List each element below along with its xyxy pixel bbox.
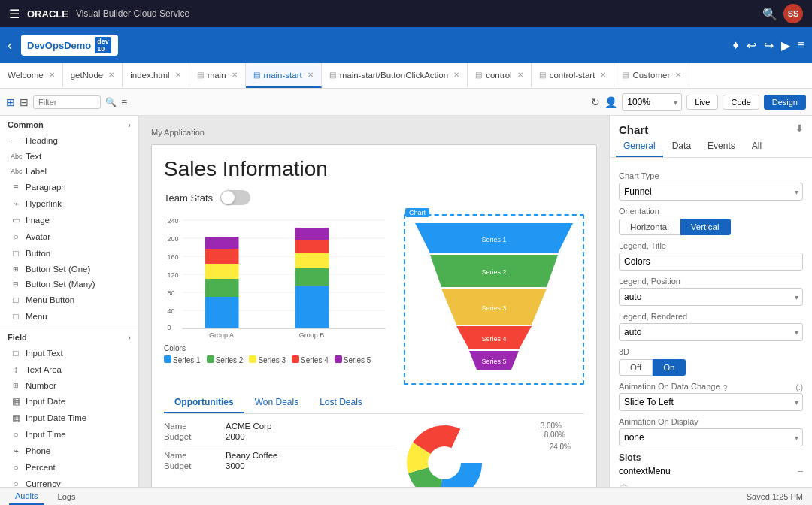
orientation-vertical-button[interactable]: Vertical — [680, 219, 731, 235]
donut-chart-area: 3.00% 8.00% 24.0% — [407, 422, 584, 487]
team-stats-toggle[interactable] — [220, 190, 250, 205]
tab-close-control-start[interactable]: ✕ — [600, 71, 606, 79]
tab-customer[interactable]: ▤ Customer ✕ — [614, 63, 689, 88]
filter-input[interactable] — [33, 95, 101, 109]
hamburger-icon[interactable]: ☰ — [9, 7, 20, 21]
tab-icon: ▤ — [622, 71, 629, 79]
play-icon[interactable]: ▶ — [781, 38, 790, 53]
sidebar-item-input-text[interactable]: □ Input Text — [0, 345, 138, 361]
component-icon[interactable]: ⊞ — [6, 96, 15, 108]
sub-tab-lost-deals[interactable]: Lost Deals — [309, 392, 373, 413]
tab-getnode[interactable]: getNode ✕ — [63, 63, 123, 88]
tab-control-start[interactable]: ▤ control-start ✕ — [532, 63, 615, 88]
sidebar-item-percent[interactable]: ○ Percent — [0, 459, 138, 476]
binding-icon: (:) — [796, 383, 803, 392]
avatar[interactable]: SS — [783, 4, 803, 23]
animation-change-select[interactable]: Slide To LeftnoneSlide To Right — [619, 393, 803, 411]
tab-label: control — [486, 71, 512, 80]
sidebar-item-text[interactable]: Abc Text — [0, 149, 138, 164]
animation-display-select[interactable]: noneauto — [619, 428, 803, 446]
sidebar-item-label[interactable]: Abc Label — [0, 164, 138, 179]
sidebar-item-input-date[interactable]: ▦ Input Date — [0, 393, 138, 410]
sub-tab-opportunities[interactable]: Opportunities — [164, 392, 244, 413]
sidebar-item-paragraph[interactable]: ≡ Paragraph — [0, 179, 138, 195]
svg-text:Group B: Group B — [299, 331, 325, 339]
sidebar-item-text-area[interactable]: ↕ Text Area — [0, 361, 138, 378]
tab-control[interactable]: ▤ control ✕ — [468, 63, 532, 88]
legend-title-label: Legend, Title — [619, 241, 803, 250]
sidebar-item-button-set-one[interactable]: ⊞ Button Set (One) — [0, 262, 138, 277]
bookmark-icon[interactable]: ♦ — [732, 38, 738, 52]
chart-type-label: Chart Type — [619, 171, 803, 180]
logs-tab[interactable]: Logs — [52, 488, 82, 505]
back-button[interactable]: ‹ — [8, 38, 12, 53]
tab-main[interactable]: ▤ main ✕ — [189, 63, 246, 88]
field-expand-icon[interactable]: › — [128, 333, 131, 342]
tab-main-start[interactable]: ▤ main-start ✕ — [246, 63, 322, 88]
sidebar-item-menu[interactable]: □ Menu — [0, 308, 138, 325]
tab-close-customer[interactable]: ✕ — [675, 71, 681, 79]
legend-title-input[interactable] — [619, 252, 803, 271]
search-icon[interactable]: 🔍 — [762, 7, 777, 21]
panel-tab-events[interactable]: Events — [700, 136, 743, 157]
zoom-select-wrap: 100%75%50%125% ▾ — [622, 93, 682, 111]
menu-icon[interactable]: ≡ — [798, 38, 804, 52]
3d-off-button[interactable]: Off — [619, 359, 653, 376]
3d-on-button[interactable]: On — [653, 359, 686, 376]
code-button[interactable]: Code — [723, 95, 759, 110]
sidebar-item-number[interactable]: ⊞ Number — [0, 378, 138, 393]
redo-icon[interactable]: ↪ — [764, 38, 774, 53]
undo-icon[interactable]: ↩ — [747, 38, 756, 53]
donut-pct1: 3.00% — [541, 422, 562, 430]
sidebar-item-hyperlink[interactable]: ⌁ Hyperlink — [0, 195, 138, 212]
sidebar-item-phone[interactable]: ⌁ Phone — [0, 443, 138, 459]
structure-icon[interactable]: ⊟ — [20, 96, 29, 108]
tab-close-button-click[interactable]: ✕ — [453, 71, 459, 79]
tab-button-click[interactable]: ▤ main-start/ButtonClickAction ✕ — [322, 63, 468, 88]
sub-tab-won-deals[interactable]: Won Deals — [244, 392, 309, 413]
tab-close-control[interactable]: ✕ — [517, 71, 523, 79]
orientation-buttons: Horizontal Vertical — [619, 219, 803, 235]
design-button[interactable]: Design — [764, 95, 806, 110]
sidebar-item-label: Phone — [26, 446, 50, 455]
sidebar-item-menu-button[interactable]: □ Menu Button — [0, 292, 138, 308]
sidebar-item-heading[interactable]: — Heading — [0, 132, 138, 149]
tab-close-main-start[interactable]: ✕ — [308, 71, 314, 79]
legend-rendered-select[interactable]: autoonoff — [619, 323, 803, 341]
audits-tab[interactable]: Audits — [9, 488, 44, 505]
tab-close-getnode[interactable]: ✕ — [108, 71, 114, 79]
orientation-horizontal-button[interactable]: Horizontal — [619, 219, 680, 235]
trash-icon[interactable]: 🗑 — [619, 482, 803, 487]
tab-close-main[interactable]: ✕ — [232, 71, 238, 79]
tab-index[interactable]: index.html ✕ — [123, 63, 189, 88]
sidebar-item-avatar[interactable]: ○ Avatar — [0, 228, 138, 245]
dev-badge: dev10 — [94, 36, 112, 54]
canvas-title: My Application — [151, 128, 597, 137]
refresh-icon[interactable]: ↻ — [591, 96, 600, 108]
sidebar-item-input-datetime[interactable]: ▦ Input Date Time — [0, 410, 138, 426]
tab-close-welcome[interactable]: ✕ — [49, 71, 55, 79]
device-icon[interactable]: 👤 — [604, 96, 617, 108]
sidebar-item-button-set-many[interactable]: ⊟ Button Set (Many) — [0, 277, 138, 292]
panel-tab-general[interactable]: General — [616, 136, 663, 157]
sidebar-item-input-time[interactable]: ○ Input Time — [0, 426, 138, 443]
sidebar-item-button[interactable]: □ Button — [0, 245, 138, 262]
sidebar-item-image[interactable]: ▭ Image — [0, 212, 138, 228]
tab-label: Customer — [632, 71, 670, 80]
download-icon[interactable]: ⬇ — [795, 123, 803, 134]
expand-icon[interactable]: › — [128, 120, 131, 129]
legend-position-select[interactable]: autotopbottomleftright — [619, 288, 803, 306]
tab-close-index[interactable]: ✕ — [175, 71, 181, 79]
filter-search-icon[interactable]: 🔍 — [105, 97, 117, 107]
sidebar-item-currency[interactable]: ○ Currency — [0, 476, 138, 487]
panel-tab-data[interactable]: Data — [665, 136, 698, 157]
secondary-bar: ⊞ ⊟ 🔍 ≡ ↻ 👤 100%75%50%125% ▾ Live Code D… — [0, 89, 812, 116]
panel-tab-all[interactable]: All — [744, 136, 769, 157]
live-button[interactable]: Live — [686, 95, 718, 110]
svg-rect-15 — [205, 279, 239, 297]
list-options-icon[interactable]: ≡ — [121, 96, 127, 108]
tab-welcome[interactable]: Welcome ✕ — [0, 63, 63, 88]
help-icon[interactable]: ? — [723, 383, 728, 392]
chart-type-select[interactable]: FunnelBarLinePie — [619, 183, 803, 201]
zoom-select[interactable]: 100%75%50%125% — [622, 93, 682, 111]
